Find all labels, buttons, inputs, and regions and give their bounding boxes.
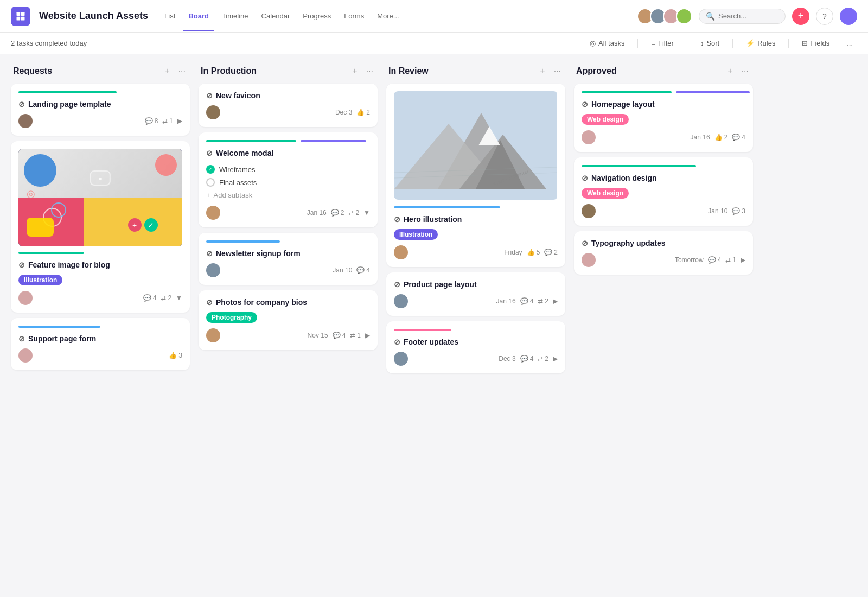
more-arrow: ▶ xyxy=(177,117,182,125)
card-meta-nav: Jan 10 💬 3 xyxy=(708,207,745,215)
card-avatar-2 xyxy=(18,291,33,305)
search-input[interactable] xyxy=(718,12,778,20)
card-title-photos: ⊘ Photos for company bios xyxy=(206,298,370,307)
meta-comments-photos: 💬 4 xyxy=(333,332,346,339)
tab-timeline[interactable]: Timeline xyxy=(216,9,254,23)
subtask-check-undone xyxy=(206,178,215,187)
design-preview: ≡ ✓ + ◎ xyxy=(18,149,182,246)
circle-check-icon: ◎ xyxy=(590,39,596,47)
svg-rect-3 xyxy=(21,16,25,20)
card-new-favicon[interactable]: ⊘ New favicon Dec 3 👍 2 xyxy=(199,84,378,127)
card-newsletter[interactable]: ⊘ Newsletter signup form Jan 10 💬 4 xyxy=(199,233,378,285)
card-meta-photos: Nov 15 💬 4 ⇄ 1 ▶ xyxy=(308,332,370,339)
filter-icon: ≡ xyxy=(651,39,655,47)
add-button[interactable]: + xyxy=(792,8,809,25)
card-meta-newsletter: Jan 10 💬 4 xyxy=(333,266,370,274)
card-hero-illustration[interactable]: HERO ILLUSTRATION ⊘ Hero illustration Il… xyxy=(386,84,565,267)
card-title-typography: ⊘ Typography updates xyxy=(582,239,745,247)
card-meta-footer-updates: Dec 3 💬 4 ⇄ 2 ▶ xyxy=(499,355,558,363)
more-options-requests[interactable]: ··· xyxy=(176,65,188,77)
meta-date-hero: Friday xyxy=(504,249,522,256)
card-photos-bios[interactable]: ⊘ Photos for company bios Photography No… xyxy=(199,290,378,350)
add-subtask-btn[interactable]: + Add subtask xyxy=(206,189,370,201)
check-icon-favicon: ⊘ xyxy=(206,91,213,100)
add-card-production[interactable]: + xyxy=(350,65,359,77)
column-header-approved: Approved + ··· xyxy=(574,65,753,77)
card-avatar-footer-updates xyxy=(394,352,408,366)
filter-btn[interactable]: ≡ Filter xyxy=(647,37,678,49)
add-card-approved[interactable]: + xyxy=(725,65,735,77)
more-arrow-typography: ▶ xyxy=(741,256,745,264)
tab-list[interactable]: List xyxy=(159,9,181,23)
meta-comments-footer-updates: 💬 4 xyxy=(520,355,534,363)
card-footer-photos: Nov 15 💬 4 ⇄ 1 ▶ xyxy=(206,328,370,342)
more-options-review[interactable]: ··· xyxy=(552,65,563,77)
sort-btn[interactable]: ↕ Sort xyxy=(696,37,724,49)
column-actions-requests: + ··· xyxy=(162,65,188,77)
meta-date-product: Jan 16 xyxy=(496,297,516,305)
check-icon-newsletter: ⊘ xyxy=(206,249,213,258)
card-meta-2: 💬 4 ⇄ 2 ▼ xyxy=(143,294,182,302)
meta-date-homepage: Jan 16 xyxy=(691,134,710,141)
card-welcome-modal[interactable]: ⊘ Welcome modal ✓ Wireframes Final asset… xyxy=(199,132,378,227)
card-title-welcome: ⊘ Welcome modal xyxy=(206,149,370,157)
subtask-check-done: ✓ xyxy=(206,165,215,174)
tab-forms[interactable]: Forms xyxy=(339,9,369,23)
card-typography[interactable]: ⊘ Typography updates Tomorrow 💬 4 ⇄ 1 ▶ xyxy=(574,231,753,275)
tab-board[interactable]: Board xyxy=(183,9,214,23)
card-avatar-favicon xyxy=(206,105,220,119)
card-meta: 💬 8 ⇄ 1 ▶ xyxy=(145,117,182,125)
card-title-favicon: ⊘ New favicon xyxy=(206,91,370,100)
add-card-requests[interactable]: + xyxy=(162,65,171,77)
meta-likes-3: 👍 3 xyxy=(169,352,182,359)
meta-date-welcome: Jan 16 xyxy=(307,209,327,217)
column-title-review: In Review xyxy=(388,66,538,76)
card-footer-product: Jan 16 💬 4 ⇄ 2 ▶ xyxy=(394,294,558,308)
card-footer-hero: Friday 👍 5 💬 2 xyxy=(394,245,558,259)
dropdown-arrow-welcome: ▼ xyxy=(363,209,370,217)
team-avatars xyxy=(637,8,692,24)
card-homepage-layout[interactable]: ⊘ Homepage layout Web design Jan 16 👍 2 … xyxy=(574,84,753,152)
rules-btn[interactable]: ⚡ Rules xyxy=(742,37,780,49)
meta-comments-2: 💬 4 xyxy=(143,294,157,302)
user-avatar[interactable] xyxy=(840,8,857,25)
column-header-production: In Production + ··· xyxy=(199,65,378,77)
add-card-review[interactable]: + xyxy=(538,65,547,77)
column-actions-approved: + ··· xyxy=(725,65,751,77)
meta-date-footer-updates: Dec 3 xyxy=(499,355,515,363)
card-navigation-design[interactable]: ⊘ Navigation design Web design Jan 10 💬 … xyxy=(574,157,753,226)
card-meta-hero: Friday 👍 5 💬 2 xyxy=(504,249,558,256)
card-meta-homepage: Jan 16 👍 2 💬 4 xyxy=(691,134,745,141)
toolbar-right: ◎ All tasks ≡ Filter ↕ Sort ⚡ Rules ⊞ Fi… xyxy=(585,37,857,49)
card-meta-welcome: Jan 16 💬 2 ⇄ 2 ▼ xyxy=(307,209,370,217)
divider-2 xyxy=(687,39,687,48)
search-box[interactable]: 🔍 xyxy=(699,9,786,24)
tab-more[interactable]: More... xyxy=(372,9,404,23)
card-avatar-typography xyxy=(582,253,596,267)
tab-progress[interactable]: Progress xyxy=(297,9,336,23)
column-header-requests: Requests + ··· xyxy=(11,65,190,77)
card-avatar-product xyxy=(394,294,408,308)
more-options-production[interactable]: ··· xyxy=(364,65,375,77)
card-footer-updates[interactable]: ⊘ Footer updates Dec 3 💬 4 ⇄ 2 ▶ xyxy=(386,321,565,373)
meta-likes-hero: 👍 5 xyxy=(527,249,540,256)
column-actions-review: + ··· xyxy=(538,65,563,77)
card-footer-typography: Tomorrow 💬 4 ⇄ 1 ▶ xyxy=(582,253,745,267)
all-tasks-btn[interactable]: ◎ All tasks xyxy=(585,37,629,49)
check-icon-photos: ⊘ xyxy=(206,298,213,307)
card-avatar-homepage xyxy=(582,130,596,144)
more-options-btn[interactable]: ... xyxy=(843,37,857,49)
fields-btn[interactable]: ⊞ Fields xyxy=(797,37,834,49)
more-options-approved[interactable]: ··· xyxy=(739,65,751,77)
tasks-completed: 2 tasks completed today xyxy=(11,39,87,47)
card-product-page[interactable]: ⊘ Product page layout Jan 16 💬 4 ⇄ 2 ▶ xyxy=(386,272,565,316)
card-landing-page[interactable]: ⊘ Landing page template 💬 8 ⇄ 1 ▶ xyxy=(11,84,190,136)
help-button[interactable]: ? xyxy=(816,8,833,25)
more-arrow-footer-updates: ▶ xyxy=(553,355,558,363)
card-support-page[interactable]: ⊘ Support page form 👍 3 xyxy=(11,318,190,370)
rules-icon: ⚡ xyxy=(746,39,755,47)
card-feature-image[interactable]: ≡ ✓ + ◎ ⊘ Feature image for blog Illustr… xyxy=(11,141,190,313)
meta-subtasks-photos: ⇄ 1 xyxy=(350,332,361,339)
subtask-final-assets: Final assets xyxy=(206,176,370,189)
tab-calendar[interactable]: Calendar xyxy=(256,9,296,23)
